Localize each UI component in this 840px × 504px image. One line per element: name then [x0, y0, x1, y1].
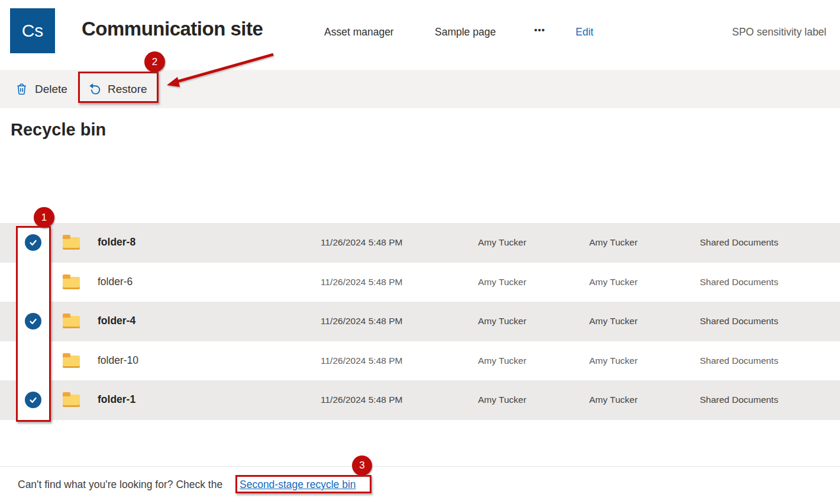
row-original-location: Shared Documents [700, 277, 778, 287]
row-created-by: Amy Tucker [589, 316, 638, 327]
row-original-location: Shared Documents [700, 316, 778, 327]
site-title: Communication site [82, 18, 263, 40]
row-deleted-by: Amy Tucker [478, 237, 526, 248]
recycle-bin-page: Cs Communication site Asset manager Samp… [0, 0, 840, 504]
row-original-location: Shared Documents [700, 356, 778, 366]
folder-icon [63, 316, 80, 328]
nav-asset-manager[interactable]: Asset manager [324, 26, 394, 38]
sensitivity-label: SPO sensitivity label [732, 26, 826, 38]
table-row[interactable]: folder-4 11/26/2024 5:48 PM Amy Tucker A… [0, 302, 840, 341]
row-name[interactable]: folder-6 [98, 276, 133, 288]
trash-icon [15, 82, 28, 96]
row-selected-checkbox[interactable] [25, 392, 41, 408]
folder-icon [63, 356, 80, 368]
table-row[interactable]: folder-8 11/26/2024 5:48 PM Amy Tucker A… [0, 223, 840, 263]
row-original-location: Shared Documents [700, 237, 778, 248]
row-created-by: Amy Tucker [589, 237, 638, 248]
row-name[interactable]: folder-4 [98, 315, 135, 327]
row-date-deleted: 11/26/2024 5:48 PM [321, 277, 402, 287]
table-row[interactable]: folder-6 11/26/2024 5:48 PM Amy Tucker A… [0, 263, 840, 302]
annotation-badge-1: 1 [34, 207, 54, 228]
page-title: Recycle bin [11, 120, 106, 140]
row-selected-checkbox[interactable] [25, 234, 41, 251]
row-deleted-by: Amy Tucker [478, 356, 526, 366]
row-created-by: Amy Tucker [589, 277, 638, 287]
delete-button-label: Delete [35, 83, 67, 96]
table-row[interactable]: folder-1 11/26/2024 5:48 PM Amy Tucker A… [0, 380, 840, 420]
folder-icon [63, 237, 80, 250]
row-date-deleted: 11/26/2024 5:48 PM [321, 356, 402, 366]
nav-overflow-ellipsis-icon[interactable]: ••• [534, 25, 545, 35]
row-selected-checkbox[interactable] [25, 313, 41, 329]
footer-divider [0, 466, 840, 467]
nav-edit-link[interactable]: Edit [576, 26, 593, 38]
row-created-by: Amy Tucker [589, 395, 638, 405]
delete-button[interactable]: Delete [15, 70, 67, 108]
row-date-deleted: 11/26/2024 5:48 PM [321, 237, 402, 248]
site-logo[interactable]: Cs [10, 8, 55, 53]
row-name[interactable]: folder-8 [98, 236, 135, 248]
row-deleted-by: Amy Tucker [478, 316, 526, 327]
table-header: Name Date deleted↓ Deleted by Created by… [0, 188, 840, 223]
second-stage-recycle-bin-link[interactable]: Second-stage recycle bin [240, 479, 356, 491]
annotation-arrow [161, 49, 279, 93]
annotation-badge-3: 3 [352, 455, 372, 476]
row-date-deleted: 11/26/2024 5:48 PM [321, 395, 402, 405]
row-created-by: Amy Tucker [589, 356, 638, 366]
folder-icon [63, 277, 80, 289]
table-row[interactable]: folder-10 11/26/2024 5:48 PM Amy Tucker … [0, 341, 840, 381]
row-name[interactable]: folder-10 [98, 354, 138, 367]
row-deleted-by: Amy Tucker [478, 277, 526, 287]
annotation-badge-2: 2 [144, 51, 165, 72]
row-original-location: Shared Documents [700, 395, 778, 405]
nav-sample-page[interactable]: Sample page [435, 26, 496, 38]
table-body: folder-8 11/26/2024 5:48 PM Amy Tucker A… [0, 223, 840, 420]
footer-hint-text: Can't find what you're looking for? Chec… [18, 479, 222, 491]
row-name[interactable]: folder-1 [98, 393, 135, 406]
annotation-box-restore [78, 72, 159, 103]
folder-icon [63, 395, 80, 407]
row-date-deleted: 11/26/2024 5:48 PM [321, 316, 402, 327]
row-deleted-by: Amy Tucker [478, 395, 526, 405]
